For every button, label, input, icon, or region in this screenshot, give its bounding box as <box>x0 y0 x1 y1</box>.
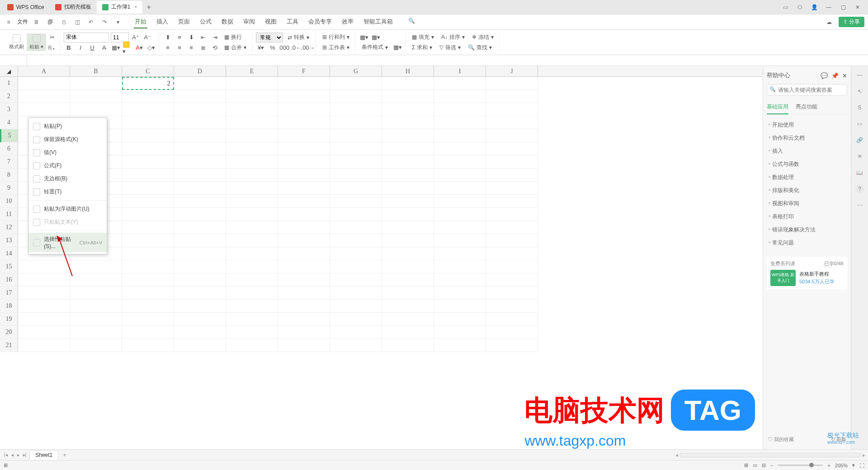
cell-E9[interactable] <box>226 182 278 195</box>
help-icon[interactable]: ? <box>855 184 864 193</box>
hscroll-right-icon[interactable]: ▸ <box>863 452 865 458</box>
cell-C18[interactable] <box>122 300 174 313</box>
help-search-input[interactable] <box>767 84 847 96</box>
cell-F12[interactable] <box>278 221 330 234</box>
cell-J4[interactable] <box>486 116 538 129</box>
cell-G20[interactable] <box>330 326 382 339</box>
cell-C16[interactable] <box>122 273 174 287</box>
cell-E20[interactable] <box>226 326 278 339</box>
cell-A3[interactable] <box>18 103 70 116</box>
close-icon[interactable]: • <box>135 4 137 10</box>
share-button[interactable]: ⇪ 分享 <box>839 17 864 27</box>
cell-C2[interactable] <box>122 90 174 103</box>
cell-G13[interactable] <box>330 234 382 247</box>
sort-button[interactable]: A↓ 排序 ▾ <box>439 33 467 42</box>
row-header-20[interactable]: 20 <box>0 326 18 339</box>
cell-I13[interactable] <box>434 234 486 247</box>
menu-icon[interactable]: ≡ <box>4 17 14 27</box>
row-header-6[interactable]: 6 <box>0 142 18 155</box>
cell-G12[interactable] <box>330 221 382 234</box>
cell-F8[interactable] <box>278 169 330 182</box>
print-preview-icon[interactable]: ◫ <box>72 17 82 27</box>
spreadsheet-grid[interactable]: ◢ ABCDEFGHIJ 122345678910111213141516171… <box>0 66 763 449</box>
cell-E5[interactable] <box>226 129 278 142</box>
cell-H17[interactable] <box>382 287 434 300</box>
cell-H18[interactable] <box>382 300 434 313</box>
cell-B1[interactable] <box>70 77 122 90</box>
row-header-1[interactable]: 1 <box>0 77 18 90</box>
cube-icon[interactable]: ⬡ <box>796 3 804 11</box>
cell-C8[interactable] <box>122 169 174 182</box>
row-header-7[interactable]: 7 <box>0 155 18 169</box>
cell-C14[interactable] <box>122 247 174 260</box>
help-tab-basic[interactable]: 基础应用 <box>767 100 788 114</box>
cell-H20[interactable] <box>382 326 434 339</box>
cell-C10[interactable] <box>122 195 174 208</box>
cell-B15[interactable] <box>70 260 122 273</box>
link-icon[interactable]: 🔗 <box>855 136 864 145</box>
hscroll-bar[interactable] <box>680 453 861 457</box>
cell-E2[interactable] <box>226 90 278 103</box>
cell-F14[interactable] <box>278 247 330 260</box>
col-header-I[interactable]: I <box>434 66 486 76</box>
symbol-icon[interactable]: ✕ <box>855 152 864 161</box>
cell-C9[interactable] <box>122 182 174 195</box>
cell-H9[interactable] <box>382 182 434 195</box>
cell-F18[interactable] <box>278 300 330 313</box>
cell-H8[interactable] <box>382 169 434 182</box>
cell-J14[interactable] <box>486 247 538 260</box>
hscroll-left-icon[interactable]: ◂ <box>675 452 678 458</box>
col-header-J[interactable]: J <box>486 66 538 76</box>
cell-D6[interactable] <box>174 142 226 155</box>
cell-H11[interactable] <box>382 208 434 221</box>
help-tab-highlight[interactable]: 亮点功能 <box>796 100 817 114</box>
close-panel-icon[interactable]: ✕ <box>842 72 847 79</box>
cell-J11[interactable] <box>486 208 538 221</box>
cell-C21[interactable] <box>122 339 174 352</box>
cell-I6[interactable] <box>434 142 486 155</box>
cell-B3[interactable] <box>70 103 122 116</box>
cell-I10[interactable] <box>434 195 486 208</box>
cell-H10[interactable] <box>382 195 434 208</box>
col-header-F[interactable]: F <box>278 66 330 76</box>
align-center-icon[interactable]: ≡ <box>175 43 184 52</box>
align-middle-icon[interactable]: ≡ <box>175 33 184 42</box>
view-break-icon[interactable]: ⊟ <box>762 462 766 468</box>
add-sheet-button[interactable]: + <box>60 452 69 458</box>
increase-font-icon[interactable]: A⁺ <box>131 33 141 42</box>
copy-icon[interactable]: ⎘▾ <box>47 43 57 52</box>
cell-J21[interactable] <box>486 339 538 352</box>
strikethrough-button[interactable]: A̶ <box>99 43 109 52</box>
cell-E10[interactable] <box>226 195 278 208</box>
tab-insert[interactable]: 插入 <box>156 16 169 28</box>
font-name-select[interactable] <box>64 33 109 42</box>
cell-D10[interactable] <box>174 195 226 208</box>
course-item[interactable]: WPS表格 新手入门 表格新手教程 5034.5万人已学 <box>770 270 844 286</box>
cell-G2[interactable] <box>330 90 382 103</box>
row-header-8[interactable]: 8 <box>0 169 18 182</box>
cell-C20[interactable] <box>122 326 174 339</box>
cell-B20[interactable] <box>70 326 122 339</box>
cell-C11[interactable] <box>122 208 174 221</box>
cell-H21[interactable] <box>382 339 434 352</box>
cell-H16[interactable] <box>382 273 434 287</box>
zoom-slider[interactable] <box>778 465 823 466</box>
help-topic-0[interactable]: 开始使用 <box>767 118 847 132</box>
cell-I4[interactable] <box>434 116 486 129</box>
cell-J6[interactable] <box>486 142 538 155</box>
chat-icon[interactable]: 💬 <box>821 72 828 79</box>
print-icon[interactable]: ⎙ <box>59 17 69 27</box>
cell-B21[interactable] <box>70 339 122 352</box>
cell-I11[interactable] <box>434 208 486 221</box>
row-header-16[interactable]: 16 <box>0 273 18 287</box>
cloud-icon[interactable]: ☁ <box>824 17 834 27</box>
cell-I3[interactable] <box>434 103 486 116</box>
favorites-link[interactable]: ♡ 我的收藏 <box>768 436 794 443</box>
border-button[interactable]: ▦▾ <box>111 43 121 52</box>
table-style-icon[interactable]: ▦▾ <box>359 33 369 42</box>
cursor-icon[interactable]: ↖ <box>855 87 864 96</box>
paste-menu-item-3[interactable]: 公式(F) <box>28 159 107 172</box>
cell-D9[interactable] <box>174 182 226 195</box>
zoom-in-icon[interactable]: + <box>827 463 830 468</box>
cell-H7[interactable] <box>382 155 434 169</box>
